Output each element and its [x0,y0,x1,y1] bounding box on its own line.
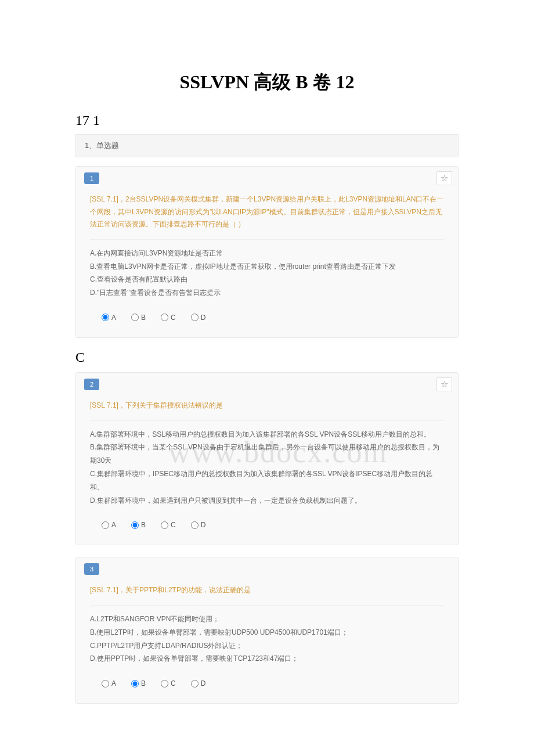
radio-input-d[interactable] [191,314,199,321]
radio-label: C [171,679,176,687]
radio-label: D [201,679,206,687]
radio-input-b[interactable] [131,521,139,529]
page-title: SSLVPN 高级 B 卷 12 [0,70,534,95]
radio-b[interactable]: B [131,314,146,322]
radio-c[interactable]: C [161,521,176,529]
radio-input-a[interactable] [102,680,109,687]
radio-d[interactable]: D [191,314,206,322]
section-header: 1、单选题 [75,134,459,157]
radio-group: A B C D [90,674,444,687]
radio-label: A [111,679,116,687]
question-options: A.在内网直接访问L3VPN资源地址是否正常 B.查看电脑L3VPN网卡是否正常… [90,239,444,300]
question-body: [SSL 7.1]，关于PPTP和L2TP的功能，说法正确的是 A.L2TP和S… [76,581,458,694]
option-d: D.集群部署环境中，如果遇到用户只被调度到其中一台，一定是设备负载机制出问题了。 [90,494,444,507]
radio-b[interactable]: B [131,521,146,529]
question-body: [SSL 7.1]，下列关于集群授权说法错误的是 A.集群部署环境中，SSL移动… [76,396,458,536]
radio-input-c[interactable] [161,314,168,321]
radio-label: C [171,314,176,322]
radio-input-d[interactable] [191,680,199,687]
option-b: B.查看电脑L3VPN网卡是否正常，虚拟IP地址是否正常获取，使用router … [90,260,444,273]
radio-b[interactable]: B [131,679,146,687]
radio-label: A [111,521,116,529]
radio-label: C [171,521,176,529]
radio-input-b[interactable] [131,314,139,321]
radio-c[interactable]: C [161,314,176,322]
radio-label: B [141,314,146,322]
question-body: [SSL 7.1]，2台SSLVPN设备网关模式集群，新建一个L3VPN资源给用… [76,190,458,329]
radio-label: D [201,314,206,322]
radio-a[interactable]: A [102,679,116,687]
question-prompt: [SSL 7.1]，2台SSLVPN设备网关模式集群，新建一个L3VPN资源给用… [90,193,444,231]
radio-d[interactable]: D [191,679,206,687]
option-c: C.查看设备是否有配置默认路由 [90,273,444,286]
option-c: C.PPTP/L2TP用户支持LDAP/RADIUS外部认证； [90,639,444,653]
radio-d[interactable]: D [191,521,206,529]
question-prompt: [SSL 7.1]，关于PPTP和L2TP的功能，说法正确的是 [90,584,444,597]
question-number-badge: 2 [84,379,99,390]
option-d: D."日志查看"查看设备是否有告警日志提示 [90,286,444,300]
question-card-2: www.bdocx.com 2 ☆ [SSL 7.1]，下列关于集群授权说法错误… [75,372,459,545]
question-number-badge: 3 [84,563,99,575]
question-number-badge: 1 [84,172,99,184]
question-header: 1 ☆ [76,167,458,190]
radio-group: A B C D [90,308,444,322]
answer-text: C [75,350,534,365]
question-header: 3 [76,557,458,581]
option-b: B.集群部署环境中，当某个SSL VPN设备由于宕机退出集群后，另外一台设备可以… [90,441,444,467]
option-a: A.在内网直接访问L3VPN资源地址是否正常 [90,247,444,260]
question-options: A.集群部署环境中，SSL移动用户的总授权数目为加入该集群部署的各SSL VPN… [90,420,444,507]
radio-group: A B C D [90,515,444,529]
option-d: D.使用PPTP时，如果设备单臂部署，需要映射TCP1723和47端口； [90,652,444,665]
radio-input-b[interactable] [131,680,139,687]
question-header: 2 ☆ [76,373,458,396]
radio-input-a[interactable] [102,314,109,321]
radio-input-d[interactable] [191,521,199,529]
question-prompt: [SSL 7.1]，下列关于集群授权说法错误的是 [90,399,444,412]
radio-input-c[interactable] [161,521,168,529]
option-a: A.集群部署环境中，SSL移动用户的总授权数目为加入该集群部署的各SSL VPN… [90,428,444,441]
sub-number: 17 1 [75,113,534,128]
radio-input-c[interactable] [161,680,168,687]
question-card-3: 3 [SSL 7.1]，关于PPTP和L2TP的功能，说法正确的是 A.L2TP… [75,557,459,704]
option-c: C.集群部署环境中，IPSEC移动用户的总授权数目为加入该集群部署的各SSL V… [90,467,444,494]
question-card-1: 1 ☆ [SSL 7.1]，2台SSLVPN设备网关模式集群，新建一个L3VPN… [75,166,459,338]
radio-a[interactable]: A [102,314,116,322]
radio-input-a[interactable] [102,521,109,529]
radio-label: A [111,314,116,322]
radio-c[interactable]: C [161,679,176,687]
radio-label: B [141,679,146,687]
star-icon[interactable]: ☆ [436,377,452,391]
question-options: A.L2TP和SANGFOR VPN不能同时使用； B.使用L2TP时，如果设备… [90,605,444,665]
star-icon[interactable]: ☆ [436,171,452,185]
radio-label: B [141,521,146,529]
radio-label: D [201,521,206,529]
option-a: A.L2TP和SANGFOR VPN不能同时使用； [90,613,444,626]
radio-a[interactable]: A [102,521,116,529]
option-b: B.使用L2TP时，如果设备单臂部署，需要映射UDP500 UDP4500和UD… [90,626,444,639]
